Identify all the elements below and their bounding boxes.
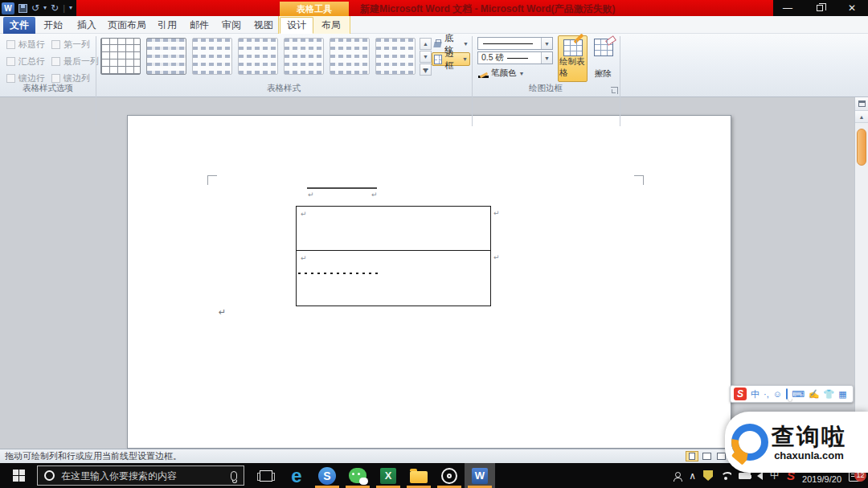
- eraser-button[interactable]: 擦除: [590, 35, 616, 82]
- chevron-down-icon: ▼: [463, 41, 469, 47]
- task-view-button[interactable]: [251, 463, 281, 488]
- tab-home[interactable]: 开始: [35, 17, 71, 34]
- ruler-toggle-button[interactable]: [855, 97, 868, 111]
- full-screen-reading-view-button[interactable]: [700, 451, 713, 461]
- table-style-thumb[interactable]: [284, 38, 324, 75]
- table-row-divider[interactable]: [297, 250, 490, 251]
- people-icon[interactable]: [674, 472, 682, 480]
- tab-insert[interactable]: 插入: [71, 17, 103, 34]
- pen-color-label: 笔颜色: [491, 68, 517, 79]
- ime-toolbox-icon[interactable]: ▦: [838, 388, 846, 400]
- customize-qat-icon[interactable]: ▾: [69, 2, 72, 14]
- table-style-thumb[interactable]: [330, 38, 370, 75]
- watermark-title: 查询啦: [772, 424, 846, 449]
- taskbar-edge-button[interactable]: e: [281, 463, 312, 488]
- tab-references[interactable]: 引用: [151, 17, 183, 34]
- defender-shield-icon[interactable]: [703, 470, 713, 481]
- scroll-up-icon[interactable]: ▲: [855, 111, 868, 123]
- pen-weight-dropdown[interactable]: 0.5 磅 ▼: [477, 51, 553, 64]
- taskbar-wechat-button[interactable]: [342, 463, 373, 488]
- chevron-down-icon[interactable]: ▼: [541, 38, 552, 49]
- ime-handwriting-icon[interactable]: ✍: [809, 388, 820, 400]
- ime-mode-icon[interactable]: 中: [751, 388, 760, 400]
- ime-keyboard-icon[interactable]: ⌨: [792, 388, 805, 400]
- tab-file[interactable]: 文件: [3, 17, 35, 34]
- checkbox-icon: [51, 57, 60, 66]
- document-page[interactable]: ↵ ↵ ↵ ↵ ↵ ↵ ↵: [127, 115, 731, 449]
- gallery-scroll-down-icon[interactable]: ▼: [420, 51, 432, 63]
- chevron-down-icon[interactable]: ▼: [541, 52, 552, 64]
- search-input[interactable]: [61, 470, 224, 482]
- context-tab-group-header: 表格工具: [280, 2, 349, 16]
- volume-icon[interactable]: [757, 472, 763, 480]
- margin-cropmark-icon: [634, 175, 644, 185]
- dialog-launcher-icon[interactable]: [611, 87, 618, 94]
- pen-style-dropdown[interactable]: ▼: [477, 37, 553, 50]
- table-style-thumb-shaded[interactable]: [146, 38, 186, 75]
- table-style-thumb[interactable]: [375, 38, 416, 75]
- checkbox-first-column[interactable]: 第一列: [51, 39, 101, 51]
- taskbar-recorder-button[interactable]: [434, 463, 465, 488]
- mic-icon[interactable]: [231, 471, 237, 481]
- borders-button[interactable]: 边框 ▼: [432, 52, 470, 66]
- word-app-icon[interactable]: W: [2, 2, 14, 14]
- checkbox-icon: [6, 40, 15, 49]
- group-separator: [620, 36, 620, 126]
- minimize-button[interactable]: —: [772, 0, 804, 16]
- tab-layout[interactable]: 布局: [313, 17, 349, 34]
- taskbar-excel-button[interactable]: X: [373, 463, 403, 488]
- ribbon-tab-row: 文件 开始 插入 页面布局 引用 邮件 审阅 视图 设计 布局: [0, 16, 868, 34]
- checkbox-header-row[interactable]: 标题行: [6, 39, 51, 51]
- ime-emoji-icon[interactable]: ☺: [773, 388, 782, 400]
- chaxunla-watermark: 查询啦 chaxunla.com: [725, 412, 868, 473]
- taskbar-explorer-button[interactable]: [403, 463, 434, 488]
- pen-drawing-preview-line: [298, 273, 380, 274]
- close-button[interactable]: ✕: [836, 0, 868, 16]
- paragraph-mark: ↵: [219, 309, 226, 316]
- vertical-scrollbar[interactable]: ▲: [854, 97, 868, 449]
- word-icon: W: [472, 468, 488, 484]
- group-separator: [96, 36, 96, 126]
- draw-table-button[interactable]: 绘制表格: [558, 35, 588, 82]
- gallery-more-icon[interactable]: ▬▼: [420, 64, 432, 76]
- table-style-thumb-grid[interactable]: [100, 38, 141, 75]
- table-style-thumb[interactable]: [192, 38, 232, 75]
- restore-button[interactable]: [804, 0, 836, 16]
- print-layout-view-button[interactable]: [686, 451, 698, 461]
- undo-icon[interactable]: ↺: [31, 2, 39, 14]
- tab-page-layout[interactable]: 页面布局: [103, 17, 151, 34]
- chevron-down-icon: ▼: [519, 71, 525, 76]
- checkbox-last-column[interactable]: 最后一列: [51, 55, 101, 68]
- scrollbar-thumb[interactable]: [857, 129, 866, 166]
- start-button[interactable]: [0, 463, 37, 488]
- windows-logo-icon: [13, 470, 25, 482]
- checkbox-label: 标题行: [18, 39, 45, 51]
- tab-mailings[interactable]: 邮件: [183, 17, 215, 34]
- checkbox-total-row[interactable]: 汇总行: [6, 55, 51, 68]
- watermark-text: 查询啦 chaxunla.com: [772, 424, 846, 461]
- ime-mic-icon[interactable]: [786, 388, 788, 400]
- gallery-scroll-up-icon[interactable]: ▲: [420, 38, 432, 50]
- sogou-logo-icon[interactable]: S: [734, 388, 747, 400]
- web-layout-icon: [717, 453, 726, 460]
- taskbar-search-box[interactable]: [37, 465, 244, 486]
- tab-design-selected[interactable]: 设计: [280, 17, 313, 34]
- taskbar-word-button[interactable]: W: [465, 463, 495, 488]
- pen-color-button[interactable]: 笔颜色 ▼: [478, 68, 524, 79]
- undo-dropdown-icon[interactable]: ▾: [43, 2, 47, 14]
- print-layout-icon: [689, 453, 695, 460]
- tab-view[interactable]: 视图: [248, 17, 280, 34]
- taskbar-browser-button[interactable]: S: [312, 463, 342, 488]
- save-icon[interactable]: [18, 4, 27, 13]
- ime-punctuation-icon[interactable]: ·,: [764, 388, 769, 400]
- hidden-icons-chevron-icon[interactable]: ∧: [689, 470, 696, 482]
- reading-view-icon: [702, 453, 711, 460]
- table-style-options-group: 标题行 第一列 汇总行 最后一列 镶边行 镶边列: [6, 39, 101, 84]
- document-table[interactable]: ↵ ↵: [296, 206, 491, 306]
- ime-skin-icon[interactable]: 👕: [824, 388, 835, 400]
- table-style-thumb[interactable]: [238, 38, 278, 75]
- wifi-icon[interactable]: [720, 472, 731, 480]
- redo-icon[interactable]: ↻: [51, 2, 59, 14]
- window-title: 新建Microsoft Word 文档 - Microsoft Word(产品激…: [360, 2, 616, 16]
- tab-review[interactable]: 审阅: [215, 17, 248, 34]
